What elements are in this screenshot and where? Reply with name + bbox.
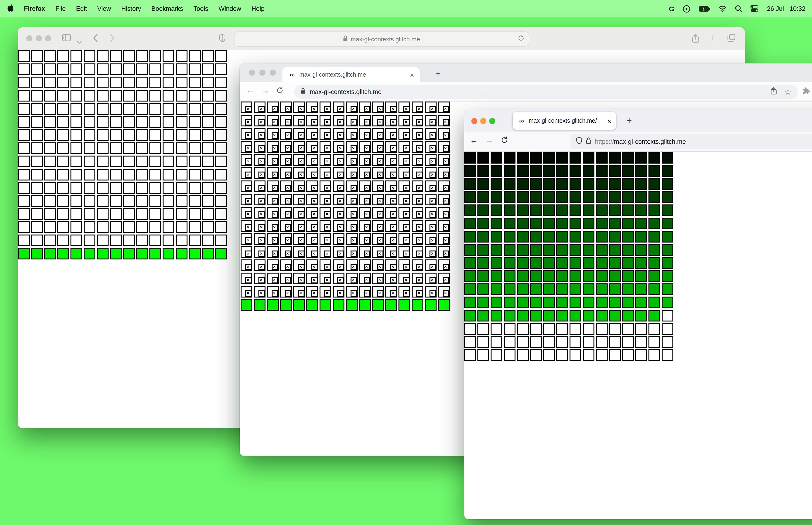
tab-close-icon[interactable]: × — [607, 117, 611, 125]
safari-minimize-button[interactable] — [36, 35, 42, 41]
wifi-icon[interactable] — [719, 6, 726, 12]
menu-item-window[interactable]: Window — [218, 5, 241, 12]
webgl-canvas-cell — [648, 297, 660, 308]
webgl-canvas-cell — [530, 152, 542, 164]
play-circle-icon[interactable] — [683, 5, 690, 13]
webgl-canvas-cell — [385, 180, 397, 192]
privacy-shield-icon[interactable] — [219, 34, 226, 44]
webgl-canvas-cell — [176, 90, 187, 102]
webgl-canvas-cell — [464, 165, 476, 177]
webgl-canvas-cell — [83, 169, 95, 180]
firefox-close-button[interactable] — [471, 118, 477, 124]
firefox-toolbar[interactable]: ← → https:// max-gl-contexts.glitch.me — [464, 132, 812, 152]
webgl-canvas-cell — [136, 182, 148, 194]
chrome-toolbar[interactable]: ← → max-gl-contexts.glitch.me ☆ — [240, 82, 812, 102]
forward-button[interactable] — [110, 34, 114, 44]
webgl-canvas-cell — [504, 310, 516, 321]
webgl-canvas-cell — [648, 270, 660, 282]
safari-toolbar[interactable]: max-gl-contexts.glitch.me + — [18, 27, 745, 50]
webgl-canvas-cell — [241, 233, 252, 245]
firefox-active-tab[interactable]: ∞ max-gl-contexts.glitch.me/ × — [513, 112, 616, 130]
extensions-puzzle-icon[interactable] — [802, 87, 810, 97]
webgl-canvas-cell — [359, 167, 371, 179]
control-center-icon[interactable] — [750, 5, 759, 12]
menu-bar-clock[interactable]: 26 Jul 10:32 — [767, 5, 806, 12]
share-icon[interactable] — [692, 34, 699, 45]
apple-menu-icon[interactable] — [7, 4, 14, 13]
chrome-active-tab[interactable]: ∞ max-gl-contexts.glitch.me × — [282, 67, 419, 82]
sidebar-icon[interactable] — [62, 34, 71, 43]
back-button[interactable]: ← — [470, 136, 478, 145]
webgl-canvas-cell — [97, 129, 109, 141]
google-g-icon[interactable]: G — [669, 5, 674, 13]
firefox-minimize-button[interactable] — [480, 118, 486, 124]
menu-item-help[interactable]: Help — [251, 5, 264, 12]
webgl-canvas-cell — [176, 116, 187, 128]
webgl-canvas-cell — [398, 233, 410, 245]
chrome-url-field[interactable]: max-gl-contexts.glitch.me ☆ — [294, 85, 798, 99]
webgl-canvas-cell — [569, 310, 581, 321]
firefox-new-tab-button[interactable]: + — [623, 115, 635, 127]
webgl-canvas-cell — [635, 297, 647, 308]
reload-button[interactable] — [276, 87, 284, 96]
webgl-canvas-cell — [83, 155, 95, 167]
menu-item-history[interactable]: History — [121, 5, 141, 12]
webgl-canvas-cell — [438, 115, 450, 126]
webgl-canvas-cell — [280, 141, 292, 153]
chrome-zoom-button[interactable] — [270, 70, 276, 76]
webgl-canvas-cell — [163, 77, 174, 88]
safari-zoom-button[interactable] — [45, 35, 51, 41]
bookmark-star-icon[interactable]: ☆ — [784, 87, 791, 96]
safari-close-button[interactable] — [26, 35, 32, 41]
back-button[interactable]: ← — [246, 86, 254, 95]
webgl-canvas-cell — [57, 221, 69, 233]
chrome-tab-bar[interactable]: ∞ max-gl-contexts.glitch.me × + — [240, 63, 812, 82]
safari-url-field[interactable]: max-gl-contexts.glitch.me — [234, 31, 529, 46]
back-button[interactable] — [93, 34, 98, 44]
webgl-canvas-cell — [609, 205, 621, 216]
menu-item-edit[interactable]: Edit — [76, 5, 87, 12]
webgl-canvas-cell — [648, 310, 660, 321]
battery-charging-icon[interactable] — [699, 6, 710, 12]
menu-app-name[interactable]: Firefox — [24, 5, 45, 12]
menu-item-view[interactable]: View — [97, 5, 111, 12]
webgl-canvas-cell — [189, 195, 201, 207]
webgl-canvas-cell — [293, 102, 305, 113]
webgl-canvas-cell — [609, 152, 621, 164]
forward-button[interactable]: → — [261, 86, 269, 95]
chrome-close-button[interactable] — [249, 70, 255, 76]
chrome-minimize-button[interactable] — [259, 70, 265, 76]
menu-item-file[interactable]: File — [56, 5, 66, 12]
webgl-canvas-cell — [71, 169, 82, 180]
firefox-tab-bar[interactable]: ∞ max-gl-contexts.glitch.me/ × + — [464, 110, 812, 132]
webgl-canvas-cell — [18, 155, 30, 167]
new-tab-button[interactable]: + — [710, 34, 716, 42]
webgl-canvas-cell — [412, 167, 424, 179]
reload-icon[interactable] — [518, 34, 524, 43]
webgl-canvas-cell — [320, 286, 331, 298]
firefox-zoom-button[interactable] — [489, 118, 495, 124]
share-icon[interactable] — [770, 87, 777, 96]
webgl-canvas-cell — [202, 77, 214, 88]
firefox-window: ∞ max-gl-contexts.glitch.me/ × + ← → htt… — [464, 110, 812, 519]
webgl-canvas-cell — [438, 286, 450, 298]
webgl-canvas-cell — [491, 244, 502, 256]
webgl-canvas-cell — [189, 235, 201, 246]
tab-close-icon[interactable]: × — [410, 71, 414, 79]
webgl-canvas-cell — [635, 178, 647, 190]
reload-button[interactable] — [501, 136, 508, 146]
webgl-canvas-cell — [596, 349, 608, 361]
webgl-canvas-cell — [491, 205, 502, 216]
webgl-canvas-cell — [215, 182, 227, 194]
chrome-new-tab-button[interactable]: + — [431, 67, 445, 80]
spotlight-search-icon[interactable] — [735, 5, 742, 12]
chevron-down-icon[interactable] — [77, 37, 82, 46]
webgl-canvas-cell — [293, 273, 305, 284]
menu-item-tools[interactable]: Tools — [193, 5, 208, 12]
firefox-url-field[interactable]: https:// max-gl-contexts.glitch.me — [570, 134, 812, 149]
webgl-canvas-cell — [136, 195, 148, 207]
webgl-canvas-cell — [267, 220, 279, 232]
menu-item-bookmarks[interactable]: Bookmarks — [151, 5, 183, 12]
tab-overview-icon[interactable] — [727, 34, 735, 44]
forward-button[interactable]: → — [486, 136, 493, 145]
